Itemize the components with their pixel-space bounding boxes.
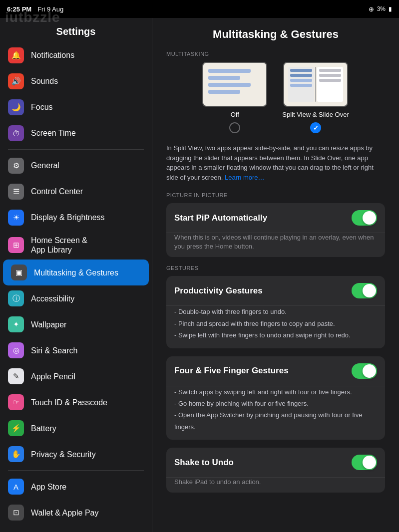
mt-radio-off[interactable] [229, 122, 240, 133]
siri-search-icon: ◎ [8, 342, 24, 358]
sidebar-item-touch-id[interactable]: ☞ Touch ID & Passcode [0, 389, 152, 415]
sidebar-item-accessibility[interactable]: ⓘ Accessibility [0, 285, 152, 311]
four-five-gestures-label: Four & Five Finger Gestures [174, 366, 289, 376]
privacy-label: Privacy & Security [31, 450, 96, 459]
status-date: Fri 9 Aug [37, 5, 63, 13]
sidebar-divider [8, 149, 144, 150]
mt-option-split[interactable]: Split View & Slide Over [282, 62, 349, 133]
wallet-label: Wallet & Apple Pay [31, 508, 98, 518]
focus-icon: 🌙 [8, 99, 24, 115]
sidebar-item-siri-search[interactable]: ◎ Siri & Search [0, 337, 152, 363]
sidebar-item-apple-pencil[interactable]: ✎ Apple Pencil [0, 363, 152, 389]
multitasking-label: Multitasking & Gestures [34, 268, 118, 277]
content-title: Multitasking & Gestures [166, 28, 385, 41]
four-five-gestures-section: Four & Five Finger Gestures - Switch app… [166, 356, 385, 440]
gestures-section-label: GESTURES [166, 265, 385, 271]
siri-search-label: Siri & Search [31, 346, 77, 355]
wallpaper-icon: ✦ [8, 316, 24, 332]
sidebar-item-sounds[interactable]: 🔊 Sounds [0, 68, 152, 94]
four-five-gestures-toggle[interactable] [352, 363, 377, 379]
screen-time-label: Screen Time [31, 128, 76, 138]
sidebar-item-control-center[interactable]: ☰ Control Center [0, 179, 152, 205]
sidebar-item-battery[interactable]: ⚡ Battery [0, 415, 152, 441]
shake-undo-desc: Shake iPad to undo an action. [166, 478, 385, 493]
sounds-icon: 🔊 [8, 73, 24, 89]
notifications-label: Notifications [31, 50, 74, 60]
four-five-gestures-desc: - Switch apps by swiping left and right … [166, 386, 385, 440]
productivity-gestures-toggle[interactable] [352, 283, 377, 298]
sounds-label: Sounds [31, 76, 58, 86]
home-screen-label: Home Screen & App Library [31, 236, 87, 255]
touch-id-icon: ☞ [8, 394, 24, 410]
apple-pencil-icon: ✎ [8, 368, 24, 384]
sidebar-item-multitasking[interactable]: ▣ Multitasking & Gestures [3, 260, 149, 285]
accessibility-icon: ⓘ [8, 290, 24, 306]
screen-time-icon: ⏱ [8, 125, 24, 141]
productivity-gestures-row: Productivity Gestures [166, 276, 385, 306]
general-icon: ⚙ [8, 158, 24, 174]
multitasking-icon: ▣ [11, 265, 27, 280]
sidebar-title: Settings [0, 18, 152, 42]
sidebar-item-display-brightness[interactable]: ☀ Display & Brightness [0, 205, 152, 231]
sidebar-item-general[interactable]: ⚙ General [0, 153, 152, 179]
focus-label: Focus [31, 102, 53, 112]
pip-auto-desc: When this is on, videos will continue pl… [166, 233, 385, 257]
sidebar-item-home-screen[interactable]: ⊞ Home Screen & App Library [0, 231, 152, 260]
sidebar: Settings 🔔 Notifications 🔊 Sounds 🌙 Focu… [0, 18, 152, 532]
mt-preview-off [202, 62, 267, 107]
apple-pencil-label: Apple Pencil [31, 372, 75, 381]
sidebar-items: 🔔 Notifications 🔊 Sounds 🌙 Focus ⏱ Scree… [0, 42, 152, 532]
pip-auto-row: Start PiP Automatically [166, 203, 385, 233]
four-five-gestures-row: Four & Five Finger Gestures [166, 356, 385, 386]
display-brightness-label: Display & Brightness [31, 213, 105, 222]
pip-section: Start PiP Automatically When this is on,… [166, 203, 385, 257]
app-store-icon: A [8, 479, 24, 495]
sidebar-item-wallpaper[interactable]: ✦ Wallpaper [0, 311, 152, 337]
control-center-icon: ☰ [8, 184, 24, 200]
shake-undo-section: Shake to Undo Shake iPad to undo an acti… [166, 448, 385, 493]
learn-more-link[interactable]: Learn more… [225, 174, 264, 181]
control-center-label: Control Center [31, 187, 83, 196]
sidebar-item-focus[interactable]: 🌙 Focus [0, 94, 152, 120]
shake-undo-row: Shake to Undo [166, 448, 385, 478]
display-brightness-icon: ☀ [8, 210, 24, 226]
status-bar: 6:25 PM Fri 9 Aug ⊕ 3% ▮ [0, 0, 399, 18]
shake-undo-toggle[interactable] [352, 455, 377, 470]
multitasking-section-label: MULTITASKING [166, 51, 385, 57]
mt-label-off: Off [231, 111, 239, 118]
mt-preview-split [283, 62, 348, 107]
multitasking-description: In Split View, two apps appear side-by-s… [166, 143, 385, 182]
touch-id-label: Touch ID & Passcode [31, 398, 107, 407]
battery-level: 3% [377, 5, 386, 12]
battery-label: Battery [31, 424, 56, 433]
multitasking-options: Off [166, 62, 385, 133]
status-right: ⊕ 3% ▮ [369, 5, 392, 13]
shake-undo-label: Shake to Undo [174, 458, 234, 468]
sidebar-item-privacy[interactable]: ✋ Privacy & Security [0, 441, 152, 467]
wallpaper-label: Wallpaper [31, 320, 66, 329]
sidebar-item-screen-time[interactable]: ⏱ Screen Time [0, 120, 152, 146]
pip-auto-toggle[interactable] [352, 210, 377, 226]
status-time: 6:25 PM [7, 5, 31, 13]
general-label: General [31, 161, 59, 170]
mt-radio-split[interactable] [310, 122, 321, 133]
sidebar-divider [8, 470, 144, 471]
battery-icon: ▮ [389, 5, 392, 12]
pip-auto-label: Start PiP Automatically [174, 213, 267, 223]
home-screen-icon: ⊞ [8, 237, 24, 253]
mt-label-split: Split View & Slide Over [282, 111, 349, 118]
battery-icon: ⚡ [8, 420, 24, 436]
content-area: Multitasking & Gestures MULTITASKING Off [152, 18, 399, 532]
main-layout: Settings 🔔 Notifications 🔊 Sounds 🌙 Focu… [0, 18, 399, 532]
sidebar-item-wallet[interactable]: ⊡ Wallet & Apple Pay [0, 500, 152, 526]
pip-section-label: PICTURE IN PICTURE [166, 192, 385, 198]
sidebar-item-notifications[interactable]: 🔔 Notifications [0, 42, 152, 68]
app-store-label: App Store [31, 482, 66, 492]
mt-option-off[interactable]: Off [202, 62, 267, 133]
productivity-gestures-label: Productivity Gestures [174, 286, 263, 296]
sidebar-item-app-store[interactable]: A App Store [0, 474, 152, 500]
productivity-gestures-section: Productivity Gestures - Double-tap with … [166, 276, 385, 348]
productivity-gestures-list: - Double-tap with three fingers to undo.… [166, 306, 385, 348]
privacy-icon: ✋ [8, 446, 24, 462]
notifications-icon: 🔔 [8, 47, 24, 63]
